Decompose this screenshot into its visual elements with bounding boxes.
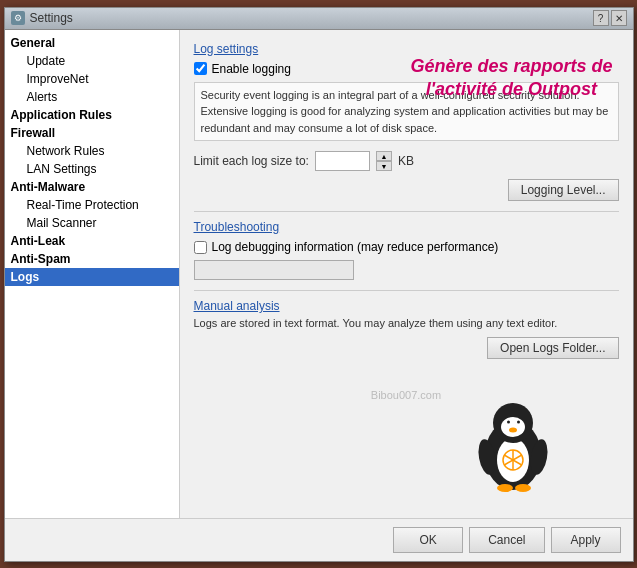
svg-point-3 [501,417,525,437]
main-panel: Génère des rapports de l'activité de Out… [180,30,633,518]
enable-logging-label: Enable logging [212,62,291,76]
sidebar: GeneralUpdateImproveNetAlertsApplication… [5,30,180,518]
sidebar-item-improvenet[interactable]: ImproveNet [5,70,179,88]
svg-point-0 [485,420,541,490]
cancel-button[interactable]: Cancel [469,527,544,553]
svg-point-13 [503,450,523,470]
apply-button[interactable]: Apply [551,527,621,553]
sidebar-item-application-rules[interactable]: Application Rules [5,106,179,124]
sidebar-item-anti-leak[interactable]: Anti-Leak [5,232,179,250]
watermark: Bibou007.com [194,389,619,401]
svg-point-2 [493,403,533,443]
window-title: Settings [30,11,73,25]
log-size-unit: KB [398,154,414,168]
svg-point-5 [515,419,521,425]
titlebar: ⚙ Settings ? ✕ [5,8,633,30]
manual-desc: Logs are stored in text format. You may … [194,317,619,329]
svg-line-15 [504,455,521,465]
svg-point-1 [497,438,529,482]
svg-point-10 [527,437,549,475]
svg-line-16 [504,455,521,465]
svg-point-6 [507,420,510,423]
app-icon: ⚙ [11,11,25,25]
close-button[interactable]: ✕ [611,10,627,26]
manual-analysis-section: Manual analysis Logs are stored in text … [194,299,619,401]
sidebar-item-anti-malware[interactable]: Anti-Malware [5,178,179,196]
sidebar-item-general[interactable]: General [5,34,179,52]
log-description: Security event logging is an integral pa… [194,82,619,142]
penguin-icon [473,395,553,495]
open-logs-row: Open Logs Folder... [194,337,619,359]
sidebar-item-mail-scanner[interactable]: Mail Scanner [5,214,179,232]
penguin-container [473,395,553,498]
svg-point-12 [515,484,531,492]
divider-2 [194,290,619,291]
svg-point-4 [505,419,511,425]
debug-log-checkbox[interactable] [194,241,207,254]
debug-log-label: Log debugging information (may reduce pe… [212,240,499,254]
spinner-up[interactable]: ▲ [376,151,392,161]
bottom-bar: OK Cancel Apply [5,518,633,561]
settings-window: ⚙ Settings ? ✕ GeneralUpdateImproveNetAl… [4,7,634,562]
svg-point-11 [497,484,513,492]
spinner-down[interactable]: ▼ [376,161,392,171]
sidebar-item-network-rules[interactable]: Network Rules [5,142,179,160]
troubleshoot-section: Troubleshooting Log debugging informatio… [194,220,619,280]
sidebar-item-lan-settings[interactable]: LAN Settings [5,160,179,178]
svg-point-7 [517,420,520,423]
sidebar-item-logs[interactable]: Logs [5,268,179,286]
titlebar-left: ⚙ Settings [11,11,73,25]
sidebar-item-alerts[interactable]: Alerts [5,88,179,106]
sidebar-item-update[interactable]: Update [5,52,179,70]
titlebar-buttons: ? ✕ [593,10,627,26]
content-area: GeneralUpdateImproveNetAlertsApplication… [5,30,633,518]
svg-point-9 [475,437,497,475]
log-level-input[interactable]: Log level [194,260,354,280]
logging-level-button[interactable]: Logging Level... [508,179,619,201]
log-size-input[interactable]: 512 [315,151,370,171]
debug-log-row: Log debugging information (may reduce pe… [194,240,619,254]
sidebar-item-real-time-protection[interactable]: Real-Time Protection [5,196,179,214]
sidebar-item-firewall[interactable]: Firewall [5,124,179,142]
divider-1 [194,211,619,212]
troubleshoot-title: Troubleshooting [194,220,619,234]
enable-logging-row: Enable logging [194,62,619,76]
ok-button[interactable]: OK [393,527,463,553]
sidebar-item-anti-spam[interactable]: Anti-Spam [5,250,179,268]
log-size-row: Limit each log size to: 512 ▲ ▼ KB [194,151,619,171]
manual-analysis-link[interactable]: Manual analysis [194,299,619,313]
limit-log-label: Limit each log size to: [194,154,309,168]
log-settings-title: Log settings [194,42,619,56]
log-size-spinner: ▲ ▼ [376,151,392,171]
enable-logging-checkbox[interactable] [194,62,207,75]
open-logs-button[interactable]: Open Logs Folder... [487,337,618,359]
svg-point-8 [509,427,517,432]
help-button[interactable]: ? [593,10,609,26]
logging-level-row: Logging Level... [194,179,619,201]
